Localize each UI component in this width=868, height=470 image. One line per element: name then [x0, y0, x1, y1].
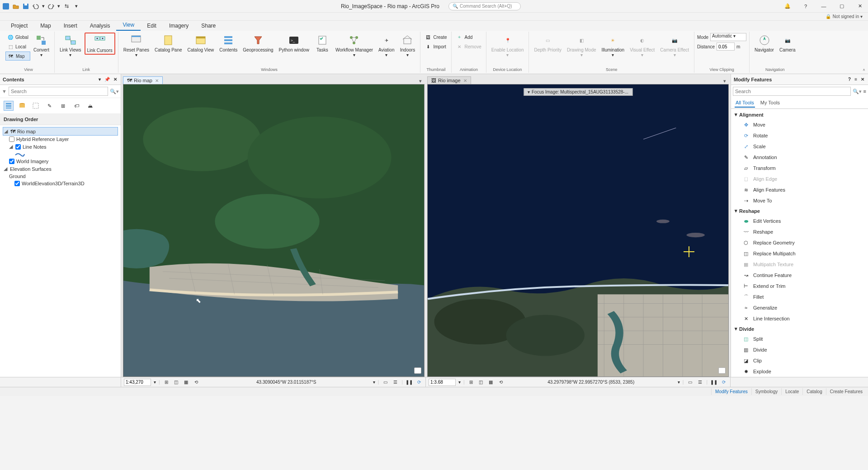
list-by-labeling-icon[interactable]: 🏷	[71, 101, 81, 111]
python-window-button[interactable]: >_Python window	[277, 33, 311, 54]
filter-icon[interactable]: ▼	[2, 89, 7, 94]
visual-effect-button[interactable]: ◐Visual Effect▾	[627, 33, 657, 59]
contents-button[interactable]: Contents	[217, 33, 240, 54]
ground-node[interactable]: Ground	[8, 173, 118, 180]
tool-move-to[interactable]: ⇢Move To	[734, 195, 865, 206]
scale-input-right[interactable]	[429, 379, 456, 386]
navigator-button[interactable]: Navigator	[752, 33, 776, 54]
list-by-snapping-icon[interactable]: ⊞	[58, 101, 68, 111]
modify-search-icon[interactable]: 🔍▾	[853, 89, 862, 94]
tree-line-notes-layer[interactable]: ◢Line Notes	[8, 143, 118, 150]
close-tab-icon[interactable]: ✕	[155, 78, 159, 83]
help-icon[interactable]: ?	[799, 2, 812, 11]
tool-replace-geometry[interactable]: ⬡Replace Geometry	[734, 237, 865, 248]
modify-tab-all-tools[interactable]: All Tools	[735, 99, 755, 108]
tab-edit[interactable]: Edit	[141, 21, 163, 31]
contents-search-input[interactable]	[9, 87, 108, 96]
modify-help-icon[interactable]: ?	[847, 77, 852, 82]
line-notes-checkbox[interactable]	[15, 144, 21, 150]
map-button-small[interactable]: 🗺Map	[5, 52, 30, 61]
sb-refresh-icon[interactable]: ⟳	[720, 379, 727, 386]
local-button[interactable]: ⬚Local	[5, 42, 30, 51]
clipping-mode-dropdown[interactable]: Automatic ▾	[710, 33, 746, 41]
aviation-button[interactable]: ✈Aviation▾	[376, 33, 396, 59]
workflow-manager-button[interactable]: Workflow Manager▾	[333, 33, 375, 59]
catalog-pane-button[interactable]: Catalog Pane	[152, 33, 184, 54]
tool-line-intersection[interactable]: ✕Line Intersection	[734, 313, 865, 324]
modify-options-icon[interactable]: ≡	[863, 89, 866, 94]
catalog-view-button[interactable]: Catalog View	[185, 33, 217, 54]
modify-search-input[interactable]	[733, 87, 851, 96]
map-canvas-left[interactable]: ⬉	[123, 84, 425, 377]
modify-tab-my-tools[interactable]: My Tools	[760, 99, 781, 108]
twisty-icon[interactable]: ◢	[4, 128, 9, 134]
command-search-input[interactable]: 🔍 Command Search (Alt+Q)	[448, 2, 521, 10]
tool-move[interactable]: ✥Move	[734, 119, 865, 130]
import-thumbnail-button[interactable]: ⬇Import	[423, 42, 448, 51]
tab-imagery[interactable]: Imagery	[163, 21, 195, 31]
signed-in-label[interactable]: Not signed in ▾	[833, 14, 863, 19]
contents-pin-icon[interactable]: 📌	[104, 77, 111, 82]
maximize-icon[interactable]: ▢	[835, 2, 848, 11]
indoors-button[interactable]: Indoors▾	[397, 33, 417, 59]
tool-divide[interactable]: ▥Divide	[734, 344, 865, 355]
btab-locate[interactable]: Locate	[781, 388, 802, 395]
sb-icon-r3[interactable]: ▦	[487, 379, 495, 386]
tool-extend-or-trim[interactable]: ⊢Extend or Trim	[734, 281, 865, 291]
redo-icon[interactable]	[47, 2, 55, 10]
sb-icon-3[interactable]: ▦	[183, 379, 190, 386]
list-by-editing-icon[interactable]: ✎	[44, 101, 54, 111]
category-divide[interactable]: ▾Divide	[734, 324, 865, 334]
tool-reshape[interactable]: 〰Reshape	[734, 226, 865, 237]
redo-dropdown-icon[interactable]: ▾	[57, 2, 61, 10]
scale-input-left[interactable]	[124, 379, 151, 386]
create-thumbnail-button[interactable]: 🖼Create	[423, 33, 448, 42]
close-tab-icon[interactable]: ✕	[463, 78, 467, 83]
tab-analysis[interactable]: Analysis	[84, 21, 117, 31]
list-by-drawing-order-icon[interactable]	[4, 101, 14, 111]
view-tab-rio-image[interactable]: 🖼Rio image✕	[427, 76, 471, 84]
focus-image-banner[interactable]: ▾Focus Image: Multispectral_15AUG3113352…	[524, 88, 632, 96]
btab-modify-features[interactable]: Modify Features	[711, 388, 751, 395]
qat-more-icon[interactable]: ⇆	[62, 2, 71, 10]
world-imagery-checkbox[interactable]	[9, 159, 14, 164]
world-elevation-node[interactable]: WorldElevation3D/Terrain3D	[14, 180, 118, 187]
sb-icon-1[interactable]: ⊞	[163, 379, 170, 386]
view-tab-rio-map[interactable]: 🗺Rio map✕	[123, 76, 163, 84]
link-cursors-button[interactable]: Link Cursors	[85, 33, 115, 55]
convert-button[interactable]: Convert▾	[31, 33, 52, 59]
tab-project[interactable]: Project	[5, 21, 34, 31]
drawing-mode-button[interactable]: ◧Drawing Mode▾	[565, 33, 598, 59]
twisty-icon[interactable]: ◢	[9, 144, 14, 150]
chevron-down-icon[interactable]: ▾	[528, 89, 530, 94]
global-button[interactable]: 🌐Global	[5, 33, 30, 42]
tool-continue-feature[interactable]: ↝Continue Feature	[734, 270, 865, 281]
btab-catalog[interactable]: Catalog	[802, 388, 826, 395]
tree-world-imagery-layer[interactable]: World Imagery	[8, 158, 118, 165]
world-elev-checkbox[interactable]	[14, 181, 20, 186]
contents-close-icon[interactable]: ✕	[113, 77, 118, 82]
geoprocessing-button[interactable]: Geoprocessing	[241, 33, 275, 54]
scale-dropdown-icon[interactable]: ▾	[458, 380, 461, 385]
sb-icon-r1[interactable]: ⊞	[467, 379, 475, 386]
camera-button[interactable]: 📷Camera	[777, 33, 798, 54]
coords-dropdown-icon[interactable]: ▾	[373, 380, 375, 385]
tool-generalize[interactable]: ≈Generalize	[734, 302, 865, 313]
sb-icon-r4[interactable]: ⟲	[497, 379, 505, 386]
modify-menu-icon[interactable]: ≡	[854, 77, 858, 82]
contents-search-icon[interactable]: 🔍▾	[110, 89, 119, 94]
btab-create-features[interactable]: Create Features	[826, 388, 866, 395]
minimize-icon[interactable]: —	[817, 2, 830, 11]
tool-explode[interactable]: ✸Explode	[734, 366, 865, 377]
sb-snapping-icon[interactable]: ☰	[696, 379, 703, 386]
view-right-menu-icon[interactable]: ▾	[721, 78, 729, 84]
elevation-surfaces-node[interactable]: ◢Elevation Surfaces	[3, 165, 118, 173]
undo-dropdown-icon[interactable]: ▾	[42, 2, 45, 10]
sb-icon-2[interactable]: ◫	[173, 379, 180, 386]
sb-selection-icon[interactable]: ▭	[382, 379, 389, 386]
list-by-selection-icon[interactable]	[31, 101, 41, 111]
tab-insert[interactable]: Insert	[57, 21, 84, 31]
tool-replace-multipatch[interactable]: ◫Replace Multipatch	[734, 248, 865, 259]
category-reshape[interactable]: ▾Reshape	[734, 206, 865, 216]
tree-hybrid-layer[interactable]: Hybrid Reference Layer	[8, 136, 118, 143]
